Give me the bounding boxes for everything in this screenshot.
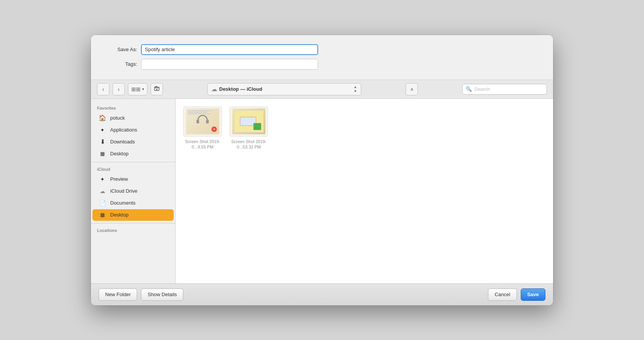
location-selector[interactable]: ☁ Desktop — iCloud ▲ ▼ [207, 83, 361, 95]
svg-rect-4 [206, 120, 209, 123]
file-thumbnail [230, 107, 268, 137]
location-label: ☁ Desktop — iCloud [211, 86, 262, 92]
thumb2-inner-box [234, 110, 264, 132]
sidebar-divider-2 [91, 223, 175, 223]
preview-icon: ✦ [99, 175, 106, 183]
dialog-footer: New Folder Show Details Cancel Save [91, 283, 553, 305]
thumb2-green [253, 123, 261, 130]
sidebar-item-downloads[interactable]: ⬇ Downloads [92, 136, 174, 148]
new-folder-button[interactable]: New Folder [99, 288, 137, 301]
tags-label: Tags: [106, 61, 137, 67]
save-as-row: Save As: [106, 44, 538, 55]
sidebar-item-documents[interactable]: 📄 Documents [92, 197, 174, 209]
home-icon: 🏠 [99, 114, 106, 122]
expand-button[interactable]: ∧ [406, 83, 418, 95]
save-as-input[interactable] [141, 44, 318, 55]
sidebar-item-desktop-active[interactable]: ▦ Desktop [92, 209, 174, 221]
thumbnail-inner [232, 108, 266, 134]
sidebar-divider [91, 162, 175, 162]
sidebar: Favorites 🏠 potuck ✦ Applications ⬇ Down… [91, 99, 176, 283]
back-icon: ‹ [102, 86, 104, 92]
location-arrows: ▲ ▼ [354, 85, 357, 93]
sidebar-item-label: Desktop [110, 212, 129, 218]
dialog-header: Save As: Tags: [91, 35, 553, 80]
sidebar-item-label: potuck [110, 115, 125, 121]
show-details-button[interactable]: Show Details [141, 288, 183, 301]
sidebar-item-icloud-drive[interactable]: ☁ iCloud Drive [92, 185, 174, 197]
icloud-label: iCloud [91, 165, 175, 173]
headphones-icon [196, 114, 210, 126]
file-area: × Screen Shot 2019-0...9.55 PM [176, 99, 553, 283]
save-button[interactable]: Save [521, 288, 545, 301]
desktop-active-icon: ▦ [99, 211, 106, 219]
file-item[interactable]: × Screen Shot 2019-0...9.55 PM [183, 107, 222, 150]
file-name: Screen Shot 2019-0...53.32 PM [230, 139, 268, 150]
svg-rect-3 [196, 120, 199, 123]
search-box[interactable]: 🔍 Search [462, 84, 547, 95]
toolbar: ‹ › ⊞⊞ ▾ ☁ Desktop — iCloud [91, 80, 553, 99]
sidebar-item-preview[interactable]: ✦ Preview [92, 173, 174, 185]
sidebar-item-label: Desktop [110, 151, 129, 157]
back-button[interactable]: ‹ [97, 83, 109, 95]
sidebar-item-label: Downloads [110, 139, 135, 145]
file-thumbnail: × [183, 107, 222, 137]
sidebar-item-desktop-fav[interactable]: ▦ Desktop [92, 148, 174, 160]
error-badge: × [211, 127, 217, 132]
tags-input[interactable] [141, 59, 318, 70]
forward-button[interactable]: › [112, 83, 125, 95]
cloud-icon: ☁ [211, 86, 217, 92]
documents-icon: 📄 [99, 199, 106, 207]
applications-icon: ✦ [99, 126, 106, 134]
thumbnail-inner: × [186, 108, 220, 134]
doc-lines [188, 110, 218, 115]
downloads-icon: ⬇ [99, 138, 106, 146]
view-mode-button[interactable]: ⊞⊞ ▾ [128, 83, 148, 95]
tags-row: Tags: [106, 59, 538, 70]
desktop-icon: ▦ [99, 150, 106, 158]
sidebar-item-label: Applications [110, 127, 137, 133]
chevron-up-icon: ∧ [410, 87, 414, 92]
grid-icon: ⊞⊞ [131, 86, 141, 92]
file-item[interactable]: Screen Shot 2019-0...53.32 PM [230, 107, 268, 150]
sidebar-item-label: Documents [110, 200, 136, 206]
file-name: Screen Shot 2019-0...9.55 PM [183, 139, 222, 150]
new-folder-icon [154, 86, 159, 92]
sidebar-item-applications[interactable]: ✦ Applications [92, 124, 174, 136]
main-content: Favorites 🏠 potuck ✦ Applications ⬇ Down… [91, 99, 553, 283]
forward-icon: › [118, 86, 120, 92]
icloud-drive-icon: ☁ [99, 187, 106, 195]
locations-label: Locations [91, 226, 175, 234]
search-icon: 🔍 [466, 86, 472, 92]
sidebar-item-potuck[interactable]: 🏠 potuck [92, 112, 174, 124]
favorites-label: Favorites [91, 103, 175, 112]
cancel-button[interactable]: Cancel [488, 288, 517, 301]
search-placeholder: Search [474, 86, 490, 92]
chevron-down-icon: ▾ [142, 87, 144, 91]
save-dialog: Save As: Tags: ‹ › ⊞⊞ ▾ [91, 35, 553, 305]
new-folder-toolbar-button[interactable] [151, 83, 163, 95]
sidebar-item-label: Preview [110, 176, 128, 182]
sidebar-item-label: iCloud Drive [110, 188, 138, 194]
save-as-label: Save As: [106, 47, 137, 52]
